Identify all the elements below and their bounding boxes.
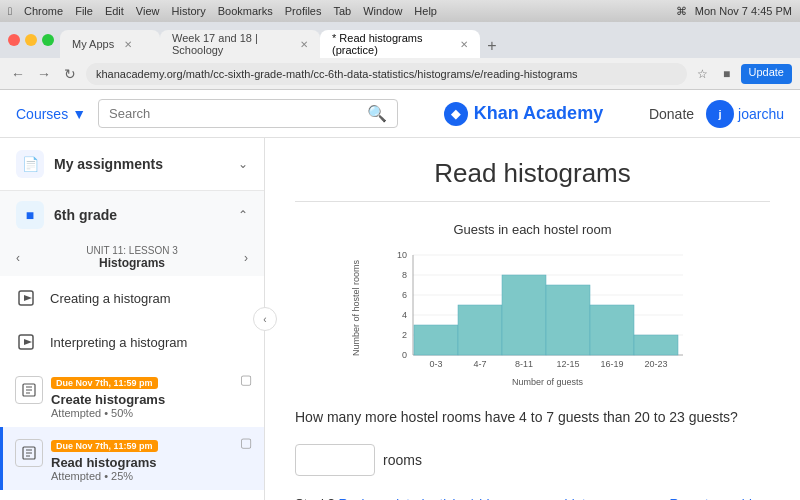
edit-menu[interactable]: Edit bbox=[105, 5, 124, 17]
assignment-thumbnail bbox=[15, 376, 43, 404]
update-button[interactable]: Update bbox=[741, 64, 792, 84]
view-menu[interactable]: View bbox=[136, 5, 160, 17]
assignment-create-histograms[interactable]: Due Nov 7th, 11:59 pm Create histograms … bbox=[0, 364, 264, 427]
window-controls[interactable] bbox=[8, 34, 54, 46]
bar-0-3 bbox=[414, 325, 458, 355]
page-title: Read histograms bbox=[295, 158, 770, 189]
bookmarks-menu[interactable]: Bookmarks bbox=[218, 5, 273, 17]
tab-label: Week 17 and 18 | Schoology bbox=[172, 32, 290, 56]
file-menu[interactable]: File bbox=[75, 5, 93, 17]
x-label-20-23: 20-23 bbox=[644, 359, 667, 369]
apple-icon[interactable]:  bbox=[8, 5, 12, 17]
minimize-button[interactable] bbox=[25, 34, 37, 46]
tab-close-icon[interactable]: ✕ bbox=[300, 39, 308, 50]
svg-text:8: 8 bbox=[401, 270, 406, 280]
unit-label: UNIT 11: LESSON 3 bbox=[28, 245, 236, 256]
chrome-menu[interactable]: Chrome bbox=[24, 5, 63, 17]
assignment-progress-2: Attempted • 25% bbox=[51, 470, 232, 482]
bar-4-7 bbox=[458, 305, 502, 355]
ka-nav-right: Donate j joarchu bbox=[649, 100, 784, 128]
sidebar-item-label: Interpreting a histogram bbox=[50, 335, 187, 350]
search-bar[interactable]: 🔍 bbox=[98, 99, 398, 128]
answer-input[interactable] bbox=[295, 444, 375, 476]
sidebar: 📄 My assignments ⌄ ■ 6th grade ⌃ ‹ UNIT … bbox=[0, 138, 265, 500]
x-label-8-11: 8-11 bbox=[514, 359, 532, 369]
bar-8-11 bbox=[502, 275, 546, 355]
histogram-svg: 0 2 4 6 8 10 bbox=[373, 245, 693, 375]
question-text: How many more hostel rooms have 4 to 7 g… bbox=[295, 407, 770, 428]
sidebar-item-creating-histogram[interactable]: Creating a histogram bbox=[0, 276, 264, 320]
ka-navbar: Courses ▼ 🔍 ◆ Khan Academy Donate j joar… bbox=[0, 90, 800, 138]
tab-read-histograms[interactable]: * Read histograms (practice) ✕ bbox=[320, 30, 480, 58]
assignment-check-icon-2: ▢ bbox=[240, 435, 252, 450]
history-menu[interactable]: History bbox=[172, 5, 206, 17]
bar-16-19 bbox=[590, 305, 634, 355]
wifi-icon: ⌘ bbox=[676, 5, 687, 18]
tab-close-icon[interactable]: ✕ bbox=[124, 39, 132, 50]
courses-button[interactable]: Courses ▼ bbox=[16, 106, 86, 122]
maximize-button[interactable] bbox=[42, 34, 54, 46]
assignment-title-2: Read histograms bbox=[51, 455, 232, 470]
url-bar: ← → ↻ ☆ ■ Update bbox=[0, 58, 800, 90]
refresh-button[interactable]: ↻ bbox=[60, 64, 80, 84]
x-label-0-3: 0-3 bbox=[429, 359, 442, 369]
x-label-4-7: 4-7 bbox=[473, 359, 486, 369]
grade-header[interactable]: ■ 6th grade ⌃ bbox=[0, 191, 264, 239]
x-label-12-15: 12-15 bbox=[556, 359, 579, 369]
bar-12-15 bbox=[546, 285, 590, 355]
assignment-info-2: Due Nov 7th, 11:59 pm Read histograms At… bbox=[51, 435, 232, 482]
tab-menu[interactable]: Tab bbox=[333, 5, 351, 17]
new-tab-button[interactable]: + bbox=[480, 34, 504, 58]
sidebar-item-interpreting-histogram[interactable]: Interpreting a histogram bbox=[0, 320, 264, 364]
answer-row: rooms bbox=[295, 444, 770, 476]
svg-marker-1 bbox=[24, 295, 32, 301]
lesson-next-button[interactable]: › bbox=[236, 248, 256, 268]
user-avatar: j bbox=[706, 100, 734, 128]
assignment-read-histograms[interactable]: Due Nov 7th, 11:59 pm Read histograms At… bbox=[0, 427, 264, 490]
lesson-prev-button[interactable]: ‹ bbox=[8, 248, 28, 268]
tab-schoology[interactable]: Week 17 and 18 | Schoology ✕ bbox=[160, 30, 320, 58]
grade-section: ■ 6th grade ⌃ ‹ UNIT 11: LESSON 3 Histog… bbox=[0, 191, 264, 500]
grade-chevron-icon: ⌃ bbox=[238, 208, 248, 222]
donate-link[interactable]: Donate bbox=[649, 106, 694, 122]
svg-text:2: 2 bbox=[401, 330, 406, 340]
mac-status: ⌘ Mon Nov 7 4:45 PM bbox=[676, 5, 792, 18]
url-actions: ☆ ■ Update bbox=[693, 64, 792, 84]
close-button[interactable] bbox=[8, 34, 20, 46]
content-area: Read histograms Guests in each hostel ro… bbox=[265, 138, 800, 500]
back-button[interactable]: ← bbox=[8, 64, 28, 84]
sidebar-collapse-button[interactable]: ‹ bbox=[253, 307, 277, 331]
tab-label: My Apps bbox=[72, 38, 114, 50]
tab-close-icon[interactable]: ✕ bbox=[460, 39, 468, 50]
my-assignments-section: 📄 My assignments ⌄ bbox=[0, 138, 264, 191]
video-icon bbox=[16, 286, 40, 310]
assignment-thumbnail-2 bbox=[15, 439, 43, 467]
chart-title: Guests in each hostel room bbox=[343, 222, 723, 237]
url-input[interactable] bbox=[86, 63, 687, 85]
x-label-16-19: 16-19 bbox=[600, 359, 623, 369]
svg-text:4: 4 bbox=[401, 310, 406, 320]
search-input[interactable] bbox=[109, 106, 361, 121]
extensions-icon[interactable]: ■ bbox=[717, 64, 737, 84]
window-menu[interactable]: Window bbox=[363, 5, 402, 17]
tabs-bar: My Apps ✕ Week 17 and 18 | Schoology ✕ *… bbox=[60, 22, 792, 58]
hint-link[interactable]: Review related articles/videos or use a … bbox=[338, 496, 589, 500]
tab-my-apps[interactable]: My Apps ✕ bbox=[60, 30, 160, 58]
report-problem-link[interactable]: Report a problem bbox=[670, 496, 770, 500]
due-badge: Due Nov 7th, 11:59 pm bbox=[51, 377, 158, 389]
histogram-chart: Guests in each hostel room Number of hos… bbox=[343, 222, 723, 387]
datetime: Mon Nov 7 4:45 PM bbox=[695, 5, 792, 17]
chrome-bar: My Apps ✕ Week 17 and 18 | Schoology ✕ *… bbox=[0, 22, 800, 58]
my-assignments-header[interactable]: 📄 My assignments ⌄ bbox=[0, 138, 264, 190]
assignment-title: Create histograms bbox=[51, 392, 232, 407]
help-menu[interactable]: Help bbox=[414, 5, 437, 17]
forward-button[interactable]: → bbox=[34, 64, 54, 84]
user-menu[interactable]: j joarchu bbox=[706, 100, 784, 128]
assignments-icon: 📄 bbox=[16, 150, 44, 178]
profiles-menu[interactable]: Profiles bbox=[285, 5, 322, 17]
bookmark-icon[interactable]: ☆ bbox=[693, 64, 713, 84]
courses-chevron-icon: ▼ bbox=[72, 106, 86, 122]
grade-icon: ■ bbox=[16, 201, 44, 229]
sidebar-item-label: Creating a histogram bbox=[50, 291, 171, 306]
video-icon-2 bbox=[16, 330, 40, 354]
